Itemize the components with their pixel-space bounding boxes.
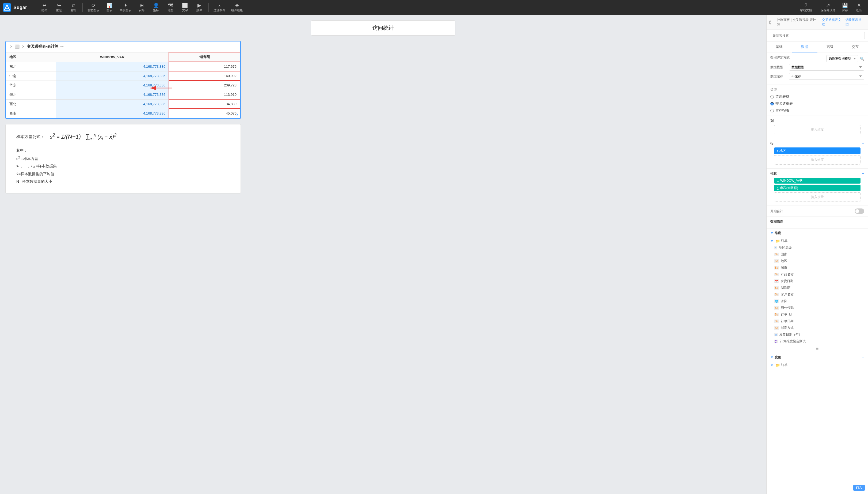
- widget-edit-btn[interactable]: ✏: [60, 44, 64, 49]
- dim-type-str-order-date: Str: [774, 320, 779, 323]
- dim-type-str-product: Str: [774, 273, 779, 276]
- dim-item-province[interactable]: 🌐 省份: [767, 298, 868, 305]
- tab-interact[interactable]: 交互: [843, 42, 868, 53]
- dim-type-date-ship: 📅: [774, 279, 779, 283]
- dim-label-product: 产品名称: [781, 272, 794, 277]
- dim-item-product[interactable]: Str 产品名称: [767, 271, 868, 278]
- resize-handle[interactable]: ⌟: [236, 111, 238, 116]
- dim-type-calc: ∑:: [774, 340, 778, 343]
- smart-chart-button[interactable]: ⟳ 智能图表: [85, 2, 101, 13]
- metric-window-label: WINDOW_VAR: [780, 179, 803, 183]
- dim-item-calc-test[interactable]: ∑: 计算维度聚合测试: [767, 338, 868, 345]
- subtotal-toggle[interactable]: [855, 208, 864, 214]
- dimension-folder-orders[interactable]: ▼ 📁 订单: [767, 238, 868, 244]
- widget-copy-btn[interactable]: ⬜: [15, 44, 20, 49]
- add-metric-btn[interactable]: +: [862, 171, 864, 176]
- save-preview-button[interactable]: ↗ 保存并预览: [818, 2, 837, 13]
- dim-item-region-hierarchy[interactable]: ≡ 地区层级: [767, 244, 868, 251]
- doc-link[interactable]: 交叉透视表文档: [822, 18, 844, 27]
- type-retention[interactable]: 留存报表: [770, 108, 864, 113]
- metric-window-icon: ⊞: [777, 179, 779, 183]
- cell-sales: 140,992: [169, 71, 240, 80]
- dim-more-btn[interactable]: ≡: [767, 345, 868, 353]
- data-model-select[interactable]: 购物车数据模型: [826, 55, 859, 62]
- dim-item-customer[interactable]: Str 客户名称: [767, 291, 868, 298]
- dim-item-country[interactable]: Str 国家: [767, 251, 868, 258]
- cross-pivot-widget[interactable]: ✕ ⬜ ✕ 交叉透视表-表计算 ✏ 地区 WINDOW_VAR 销售额: [5, 41, 241, 119]
- folder-collapse-arrow[interactable]: ▼: [770, 239, 774, 243]
- desc-line-0: 其中：: [16, 147, 230, 154]
- undo-button[interactable]: ↩ 撤销: [38, 2, 51, 13]
- widget-settings-btn[interactable]: ✕: [22, 44, 25, 49]
- dim-item-ship-date-year[interactable]: ⊕ 发货日期（年）: [767, 331, 868, 338]
- exit-button[interactable]: ✕ 退出: [852, 2, 865, 13]
- tab-advanced[interactable]: 高级: [817, 42, 843, 53]
- add-measure-btn[interactable]: +: [862, 355, 864, 360]
- metrics-drop-zone[interactable]: 拖入度量: [774, 192, 861, 202]
- toolbar-separator-2: [82, 3, 83, 12]
- row-region-tag[interactable]: ≡ 地区: [774, 148, 861, 154]
- widget-close-btn[interactable]: ✕: [9, 44, 13, 49]
- add-column-btn[interactable]: +: [862, 118, 864, 124]
- col-header-region: 地区: [6, 52, 56, 62]
- search-icon[interactable]: 🔍: [860, 57, 864, 61]
- dim-item-mail-method[interactable]: Str 邮寄方式: [767, 325, 868, 331]
- tab-basic[interactable]: 基础: [767, 42, 792, 53]
- columns-drop-zone[interactable]: 拖入维度: [774, 125, 861, 134]
- widget-template-button[interactable]: ◈ 组件模板: [229, 2, 245, 13]
- dim-item-order-id[interactable]: Str 订单_Id: [767, 311, 868, 318]
- panel-collapse-btn[interactable]: ⟪: [767, 17, 773, 27]
- dimensions-header: ▼ 维度 +: [767, 229, 868, 238]
- rows-drop-zone[interactable]: 拖入维度: [774, 155, 861, 165]
- data-binding-header: 数据绑定方式 购物车数据模型 🔍: [770, 55, 864, 62]
- metric-button[interactable]: 👤 指标: [150, 2, 162, 13]
- help-button[interactable]: ? 帮助文档: [798, 2, 814, 13]
- filter-button[interactable]: ⊡ 过滤条件: [211, 2, 228, 13]
- model-value-select[interactable]: 数据模型: [789, 64, 864, 71]
- dim-label-province: 省份: [780, 299, 787, 303]
- type-cross-pivot[interactable]: 交叉透视表: [770, 101, 864, 106]
- dimensions-collapse-arrow[interactable]: ▼: [770, 231, 774, 235]
- undo-icon: ↩: [42, 3, 46, 8]
- dim-item-city[interactable]: Str 城市: [767, 264, 868, 271]
- advanced-chart-button[interactable]: ✦ 高级图表: [117, 2, 134, 13]
- app-name: Sugar: [13, 5, 27, 11]
- dim-item-ship-date[interactable]: 📅 发货日期: [767, 278, 868, 284]
- settings-search-input[interactable]: [770, 32, 865, 39]
- map-button[interactable]: 🗺 地图: [164, 2, 177, 13]
- add-dimension-btn[interactable]: +: [862, 231, 864, 235]
- measure-folder-arrow[interactable]: ▼: [770, 363, 774, 367]
- add-row-btn[interactable]: +: [862, 141, 864, 146]
- table-wrapper: 地区 WINDOW_VAR 销售额 东北4,168,773,336117,676…: [6, 52, 240, 118]
- dim-type-str-customer: Str: [774, 293, 779, 296]
- type-normal-table[interactable]: 普通表格: [770, 94, 864, 99]
- table-button[interactable]: ⊞ 表格: [135, 2, 148, 13]
- app-logo: Sugar: [3, 3, 27, 12]
- metric-window-var-tag[interactable]: ⊞ WINDOW_VAR: [774, 178, 861, 184]
- metric-sum-sales-tag[interactable]: ∑ 求和(销售额): [774, 185, 861, 191]
- measure-folder[interactable]: ▼ 📁 订单: [767, 362, 868, 368]
- redo-button[interactable]: ↪ 重做: [53, 2, 65, 13]
- metrics-label: 指标: [770, 172, 777, 176]
- chart-icon: 📊: [107, 3, 112, 8]
- measures-collapse-arrow[interactable]: ▼: [770, 355, 774, 359]
- dim-label-order-id: 订单_Id: [781, 312, 792, 317]
- chart-button[interactable]: 📊 图表: [103, 2, 116, 13]
- dim-item-segment-code[interactable]: Str 细分代码: [767, 305, 868, 311]
- save-button[interactable]: 💾 保存: [838, 2, 851, 13]
- row-region-icon: ≡: [777, 149, 778, 153]
- switch-chart-type-btn[interactable]: 切换图表类型: [846, 18, 864, 27]
- cache-select[interactable]: 不缓存: [789, 73, 864, 80]
- widget-header: ✕ ⬜ ✕ 交叉透视表-表计算 ✏: [6, 41, 240, 52]
- dim-item-order-date[interactable]: Str 订单日期: [767, 318, 868, 325]
- copy-button[interactable]: ⧉ 复制: [67, 2, 80, 13]
- text-button[interactable]: ⬜ 文字: [178, 2, 191, 13]
- tab-data[interactable]: 数据: [792, 42, 817, 53]
- dim-type-str-region: Str: [774, 259, 779, 263]
- media-button[interactable]: ▶ 媒体: [193, 2, 206, 13]
- subtotal-row: 开启合计: [770, 208, 864, 214]
- table-icon: ⊞: [140, 3, 144, 8]
- dim-item-region[interactable]: Str 地区: [767, 258, 868, 264]
- media-icon: ▶: [197, 3, 201, 8]
- dim-item-manufacturer[interactable]: Str 制造商: [767, 284, 868, 291]
